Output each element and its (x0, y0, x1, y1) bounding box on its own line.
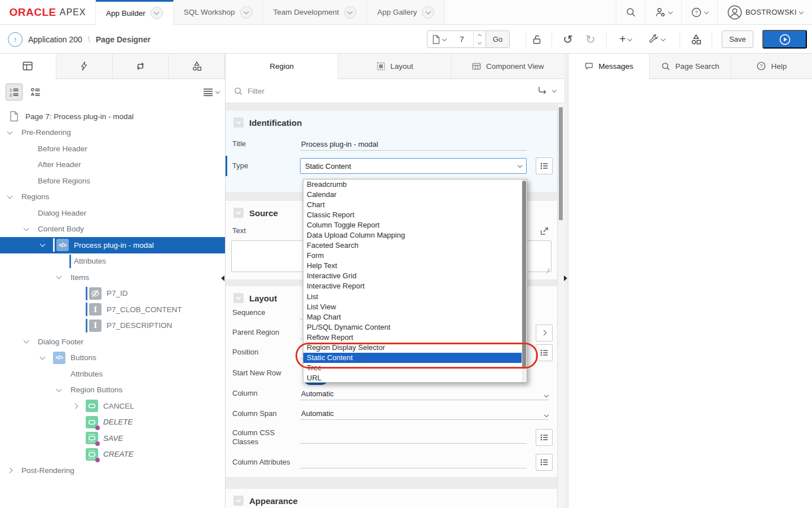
up-arrow-icon[interactable]: ↑ (8, 32, 23, 47)
dropdown-option-pl-sql-dynamic-content[interactable]: PL/SQL Dynamic Content (303, 322, 522, 332)
redo-button[interactable]: ↻ (582, 30, 599, 48)
page-finder-button[interactable] (427, 31, 451, 47)
tree-group-button[interactable] (27, 84, 44, 100)
tree-order-button[interactable]: 12 (6, 84, 23, 100)
lock-page-button[interactable] (529, 30, 545, 48)
tab-help[interactable]: ? Help (731, 54, 812, 79)
dropdown-option-region-display-selector[interactable]: Region Display Selector (303, 343, 522, 353)
collapse-left-panel-handle[interactable] (221, 275, 224, 281)
utilities-menu-button[interactable] (644, 30, 669, 48)
tab-region[interactable]: Region (226, 54, 338, 79)
scrollbar-thumb[interactable] (559, 107, 563, 220)
column-select[interactable]: Automatic (300, 388, 549, 400)
chevron-down-icon[interactable] (41, 244, 53, 246)
tree-item-after-header[interactable]: After Header (0, 157, 225, 173)
column-css-classes-input[interactable] (300, 431, 527, 444)
create-menu-button[interactable]: + (614, 30, 637, 48)
help-menu-button[interactable]: ? (681, 0, 717, 24)
dropdown-option-interactive-report[interactable]: Interactive Report (303, 281, 522, 291)
page-number-input[interactable] (451, 31, 473, 47)
tree-item-attributes[interactable]: Attributes (0, 253, 225, 270)
tab-processing[interactable] (113, 54, 169, 79)
chevron-down-icon[interactable] (8, 196, 20, 198)
tree-item-buttons[interactable]: </>Buttons (0, 350, 225, 366)
dropdown-option-classic-report[interactable]: Classic Report (303, 210, 522, 220)
tree-item-p7-clob-content[interactable]: IP7_CLOB_CONTENT (0, 301, 225, 318)
undo-button[interactable]: ↺ (559, 30, 576, 48)
tree-item-pre-rendering[interactable]: Pre-Rendering (0, 125, 225, 141)
parent-region-picker-button[interactable] (536, 325, 553, 341)
tab-messages[interactable]: Messages (568, 54, 649, 79)
tree-item-save[interactable]: SAVE (0, 430, 225, 446)
dropdown-option-list[interactable]: List (303, 292, 522, 302)
chevron-down-icon[interactable] (41, 357, 53, 359)
dropdown-scrollbar[interactable] (522, 179, 527, 382)
dropdown-option-chart[interactable]: Chart (303, 200, 522, 210)
tree-item-regions[interactable]: Regions (0, 189, 225, 205)
shared-components-button[interactable] (687, 30, 705, 48)
tree-item-dialog-header[interactable]: Dialog Header (0, 205, 225, 221)
tree-item-dialog-footer[interactable]: Dialog Footer (0, 334, 225, 350)
tree-item-content-body[interactable]: Content Body (0, 221, 225, 238)
tab-layout[interactable]: Layout (338, 54, 451, 79)
scrollbar-thumb[interactable] (522, 181, 526, 368)
chevron-down-icon[interactable] (8, 132, 20, 134)
tab-page-search[interactable]: Page Search (649, 54, 730, 79)
dropdown-option-tree[interactable]: Tree (303, 363, 522, 373)
global-search-button[interactable] (616, 0, 645, 24)
code-editor-expand-icon[interactable] (540, 226, 549, 236)
chevron-down-icon[interactable] (344, 6, 356, 19)
type-select[interactable]: Static Content (300, 158, 527, 174)
tab-dynamic-actions[interactable] (56, 54, 113, 79)
user-menu-button[interactable]: BOSTROWSKI (717, 0, 812, 24)
tab-component-view[interactable]: Component View (451, 54, 564, 79)
chevron-down-icon[interactable] (240, 6, 253, 19)
go-button[interactable]: Go (486, 31, 509, 47)
page-number-stepper[interactable] (473, 31, 486, 47)
dropdown-option-data-upload-column-mapping[interactable]: Data Upload Column Mapping (303, 230, 522, 240)
tree-item-page-7-process-plug-in-modal[interactable]: Page 7: Process plug-in - modal (0, 108, 225, 125)
tree-item-create[interactable]: CREATE (0, 446, 225, 463)
tab-page-shared-components[interactable] (169, 54, 225, 79)
tree-item-p7-id[interactable]: P7_ID (0, 286, 225, 302)
chevron-down-icon[interactable] (57, 389, 69, 391)
tree-item-cancel[interactable]: CANCEL (0, 398, 225, 414)
tree-item-region-buttons[interactable]: Region Buttons (0, 382, 225, 398)
chevron-down-icon[interactable] (24, 228, 37, 230)
column-css-quickpick-button[interactable] (536, 429, 553, 446)
chevron-down-icon[interactable] (151, 7, 163, 19)
save-button[interactable]: Save (722, 30, 753, 48)
resize-handle-icon[interactable] (545, 265, 550, 270)
dropdown-option-breadcrumb[interactable]: Breadcrumb (303, 179, 522, 190)
chevron-right-icon[interactable] (8, 468, 20, 472)
collapse-section-button[interactable] (233, 117, 244, 128)
chevron-down-icon[interactable] (422, 6, 434, 19)
dropdown-option-reflow-report[interactable]: Reflow Report (303, 332, 522, 343)
run-page-button[interactable] (762, 30, 807, 49)
collapse-section-button[interactable] (233, 496, 244, 506)
breadcrumb-application[interactable]: Application 200 (28, 35, 82, 44)
nav-tab-sql-workshop[interactable]: SQL Workshop (174, 0, 263, 24)
dropdown-option-column-toggle-report[interactable]: Column Toggle Report (303, 220, 522, 230)
column-span-select[interactable]: Automatic (300, 408, 549, 420)
administration-menu-button[interactable] (645, 0, 681, 24)
step-down-button[interactable] (474, 40, 486, 48)
dropdown-option-interactive-grid[interactable]: Interactive Grid (303, 271, 522, 281)
nav-tab-app-gallery[interactable]: App Gallery (367, 0, 445, 24)
tree-item-p7-description[interactable]: IP7_DESCRIPTION (0, 318, 225, 334)
dropdown-option-url[interactable]: URL (303, 373, 522, 382)
dropdown-option-faceted-search[interactable]: Faceted Search (303, 240, 522, 251)
tree-item-attributes[interactable]: Attributes (0, 366, 225, 382)
position-quickpick-button[interactable] (536, 344, 553, 361)
tree-item-process-plug-in-modal[interactable]: </>Process plug-in - modal (0, 237, 225, 253)
tree-item-before-regions[interactable]: Before Regions (0, 173, 225, 189)
dropdown-option-map-chart[interactable]: Map Chart (303, 312, 522, 322)
step-up-button[interactable] (474, 31, 486, 40)
dropdown-option-calendar[interactable]: Calendar (303, 190, 522, 200)
collapse-section-button[interactable] (233, 293, 244, 303)
tab-rendering[interactable] (0, 54, 56, 79)
tree-item-delete[interactable]: DELETE (0, 414, 225, 431)
tree-menu-button[interactable] (203, 87, 219, 97)
dropdown-option-form[interactable]: Form (303, 251, 522, 261)
chevron-down-icon[interactable] (24, 340, 37, 343)
